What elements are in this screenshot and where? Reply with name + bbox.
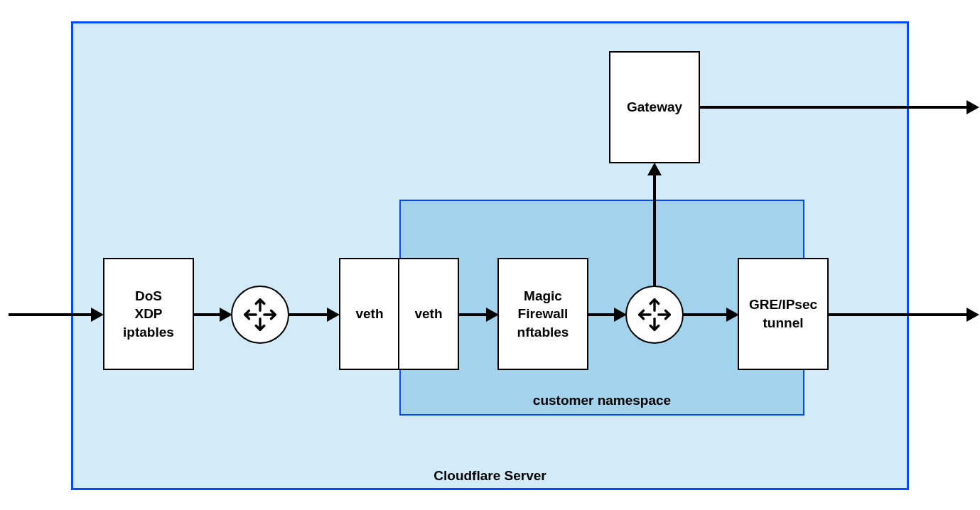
- arrowhead-icon: [220, 308, 232, 322]
- arrow-router2-to-gre: [684, 313, 728, 316]
- arrow-router2-to-gateway: [653, 174, 656, 286]
- arrow-gateway-to-out: [700, 106, 968, 109]
- router-icon-1: [231, 286, 289, 344]
- arrowhead-icon: [327, 308, 340, 322]
- arrow-dos-to-router1: [194, 313, 221, 316]
- arrow-magicfw-to-router2: [588, 313, 615, 316]
- customer-namespace-label: customer namespace: [401, 393, 803, 408]
- gre-ipsec-tunnel-box: GRE/IPsec tunnel: [738, 258, 829, 370]
- arrow-veth-to-magicfw: [459, 313, 488, 316]
- router-arrows-icon: [239, 294, 281, 335]
- veth-box-2: veth: [398, 258, 459, 370]
- router-arrows-icon: [634, 294, 675, 335]
- magic-firewall-box: Magic Firewall nftables: [497, 258, 588, 370]
- arrowhead-up-icon: [647, 163, 662, 175]
- arrowhead-icon: [966, 308, 979, 322]
- arrowhead-icon: [726, 308, 739, 322]
- veth-box-1: veth: [339, 258, 400, 370]
- arrowhead-icon: [486, 308, 499, 322]
- gateway-box: Gateway: [609, 51, 700, 163]
- arrowhead-icon: [966, 100, 979, 114]
- cloudflare-server-container: Cloudflare Server customer namespace: [71, 21, 909, 490]
- arrowhead-icon: [91, 308, 104, 322]
- arrow-gre-to-out: [829, 313, 968, 316]
- arrow-router1-to-veth: [289, 313, 328, 316]
- arrow-in-to-dos: [9, 313, 92, 316]
- arrowhead-icon: [614, 308, 627, 322]
- cloudflare-server-label: Cloudflare Server: [73, 468, 907, 484]
- router-icon-2: [625, 286, 684, 344]
- dos-xdp-iptables-box: DoS XDP iptables: [103, 258, 194, 370]
